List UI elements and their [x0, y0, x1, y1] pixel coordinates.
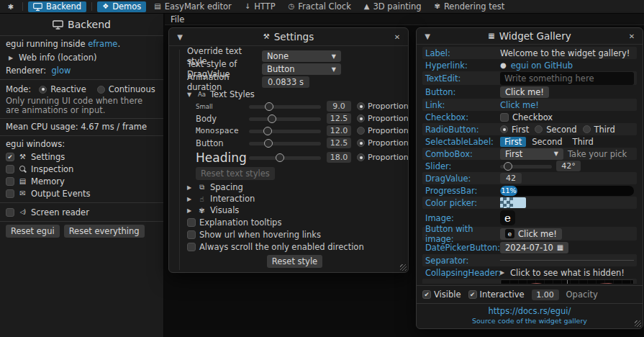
monospace-size-slider[interactable] — [249, 126, 321, 136]
body-proportional-radio[interactable]: Proportional — [357, 114, 408, 123]
screen-reader-checkbox[interactable]: ✔◁)Screen reader — [6, 206, 158, 218]
slider-knob[interactable] — [263, 127, 272, 135]
collapsingheader-doc-link[interactable]: CollapsingHeader: — [425, 268, 500, 278]
collapse-window-button[interactable]: ▼ — [422, 32, 432, 40]
sine-plot[interactable] — [500, 279, 634, 284]
override-text-style-combobox[interactable]: None▼ — [262, 50, 341, 62]
radiobutton-doc-link[interactable]: RadioButton: — [425, 125, 500, 135]
small-proportional-radio[interactable]: Proportional — [357, 102, 408, 111]
opacity-dragvalue[interactable]: 1.00 — [532, 289, 559, 300]
body-size-slider[interactable] — [249, 114, 321, 124]
date-picker-button[interactable]: 2024-07-10▦ — [500, 242, 568, 253]
mode-reactive-radio[interactable]: Reactive — [39, 84, 86, 94]
label-doc-link[interactable]: Label: — [425, 48, 500, 58]
visuals-collapsing-header[interactable]: ▶✾Visuals — [187, 205, 402, 216]
egui-github-link[interactable]: egui on GitHub — [511, 60, 573, 71]
explanation-tooltips-checkbox[interactable]: ✔Explanation tooltips — [187, 216, 402, 228]
docs-rs-link[interactable]: https://docs.rs/egui/ — [489, 307, 571, 316]
selectablelabel-doc-link[interactable]: SelectableLabel: — [425, 137, 500, 147]
button-doc-link[interactable]: Button: — [425, 87, 500, 97]
example-combobox[interactable]: First▼ — [500, 148, 563, 160]
progressbar-doc-link[interactable]: ProgressBar: — [425, 186, 500, 196]
monospace-size-dragvalue[interactable]: 12.0 — [327, 125, 351, 136]
reset-egui-button[interactable]: Reset egui — [6, 225, 60, 238]
small-size-slider[interactable] — [249, 102, 321, 112]
selectable-second[interactable]: Second — [527, 137, 566, 147]
slider-knob[interactable] — [268, 114, 276, 123]
textedit-doc-link[interactable]: TextEdit: — [425, 73, 500, 84]
tab-backend[interactable]: Backend — [28, 1, 86, 12]
gallery-window-titlebar[interactable]: ▼ ▦Widget Gallery ✕ — [417, 28, 643, 45]
monospace-proportional-radio[interactable]: Proportional — [357, 126, 408, 135]
separator-doc-link[interactable]: Separator: — [425, 256, 500, 266]
selectable-first[interactable]: First — [500, 137, 526, 147]
reset-style-button[interactable]: Reset style — [267, 255, 322, 268]
tab-http[interactable]: ↓HTTP — [240, 1, 281, 12]
example-slider[interactable] — [500, 161, 552, 171]
interaction-collapsing-header[interactable]: ▶☝Interaction — [187, 193, 402, 205]
combobox-doc-link[interactable]: ComboBox: — [425, 149, 500, 159]
menu-gear-button[interactable]: ✱ — [4, 1, 17, 12]
image-doc-link[interactable]: Image: — [425, 213, 500, 223]
radio-first[interactable]: First — [500, 125, 529, 135]
checkbox-doc-link[interactable]: Checkbox: — [425, 112, 500, 122]
radio-third[interactable]: Third — [583, 125, 615, 135]
slider-knob[interactable] — [504, 162, 512, 171]
settings-window-titlebar[interactable]: ▼ ⚒Settings ✕ — [169, 28, 408, 46]
body-size-dragvalue[interactable]: 12.5 — [327, 113, 351, 124]
dragvalue-doc-link[interactable]: DragValue: — [425, 174, 500, 184]
selectable-third[interactable]: Third — [568, 137, 598, 147]
example-dragvalue[interactable]: 42 — [500, 173, 522, 184]
glow-link[interactable]: glow — [51, 66, 71, 76]
mode-continuous-radio[interactable]: Continuous — [97, 84, 155, 94]
button-size-dragvalue[interactable]: 12.5 — [327, 138, 351, 148]
hidden-collapsing-header[interactable]: ▶Click to see what is hidden! — [500, 267, 625, 279]
small-size-dragvalue[interactable]: 9.0 — [327, 101, 351, 112]
textedit-input[interactable] — [500, 72, 634, 85]
resize-handle[interactable] — [635, 320, 641, 327]
collapse-window-button[interactable]: ▼ — [175, 33, 185, 41]
heading-proportional-radio[interactable]: Proportional — [357, 153, 408, 162]
animation-duration-dragvalue[interactable]: 0.0833 s — [262, 76, 309, 88]
tab-demos[interactable]: ❖Demos — [97, 1, 146, 12]
slider-knob[interactable] — [264, 139, 273, 148]
link-doc-link[interactable]: Link: — [425, 100, 500, 110]
eframe-link[interactable]: eframe — [88, 39, 117, 49]
close-window-button[interactable]: ✕ — [627, 32, 637, 40]
visible-checkbox[interactable]: ✔Visible — [422, 289, 461, 300]
reset-text-styles-button[interactable]: Reset text styles — [196, 167, 275, 180]
source-code-link[interactable]: Source code of the widget gallery — [472, 316, 587, 325]
slider-doc-link[interactable]: Slider: — [425, 161, 500, 171]
output-events-window-checkbox[interactable]: ✔✉Output Events — [6, 187, 158, 199]
web-info-collapsing-header[interactable]: ▶Web info (location) — [9, 52, 158, 63]
file-menu-button[interactable]: File — [171, 14, 184, 24]
inspection-window-checkbox[interactable]: ✔Inspection — [6, 163, 158, 175]
datepicker-doc-link[interactable]: DatePickerButton: — [425, 243, 500, 253]
tab-3d-painting[interactable]: ▲3D painting — [359, 1, 427, 12]
button-proportional-radio[interactable]: Proportional — [357, 138, 408, 148]
tab-easymark-editor[interactable]: ▤EasyMark editor — [149, 1, 236, 12]
slider-knob[interactable] — [276, 153, 284, 162]
show-url-checkbox[interactable]: ✔Show url when hovering links — [187, 228, 402, 241]
example-checkbox[interactable]: ✔Checkbox — [500, 112, 553, 122]
resize-handle[interactable] — [400, 264, 407, 271]
always-scroll-checkbox[interactable]: ✔Always scroll the only enabled directio… — [187, 241, 402, 253]
image-click-me-button[interactable]: eClick me! — [500, 228, 562, 240]
text-styles-collapsing-header[interactable]: ▼ Aa Text Styles — [187, 89, 402, 100]
settings-window-checkbox[interactable]: ✔⚒Settings — [6, 150, 158, 163]
spacing-collapsing-header[interactable]: ▶⧉Spacing — [187, 181, 402, 193]
click-me-link[interactable]: Click me! — [500, 100, 539, 110]
reset-everything-button[interactable]: Reset everything — [64, 225, 145, 238]
dragvalue-text-style-combobox[interactable]: Button▼ — [262, 63, 341, 75]
tab-rendering-test[interactable]: ✾Rendering test — [430, 1, 510, 12]
colorpicker-doc-link[interactable]: Color picker: — [425, 198, 500, 208]
button-size-slider[interactable] — [249, 138, 321, 148]
heading-size-dragvalue[interactable]: 18.0 — [327, 152, 351, 163]
radio-second[interactable]: Second — [535, 125, 576, 135]
slider-value-dragvalue[interactable]: 42° — [556, 161, 581, 171]
hyperlink-doc-link[interactable]: Hyperlink: — [425, 60, 500, 71]
close-window-button[interactable]: ✕ — [392, 33, 402, 41]
memory-window-checkbox[interactable]: ✔▤Memory — [6, 175, 158, 187]
painting-collapsing-header[interactable]: ▶✏Painting — [175, 271, 402, 272]
interactive-checkbox[interactable]: ✔Interactive — [468, 289, 525, 300]
